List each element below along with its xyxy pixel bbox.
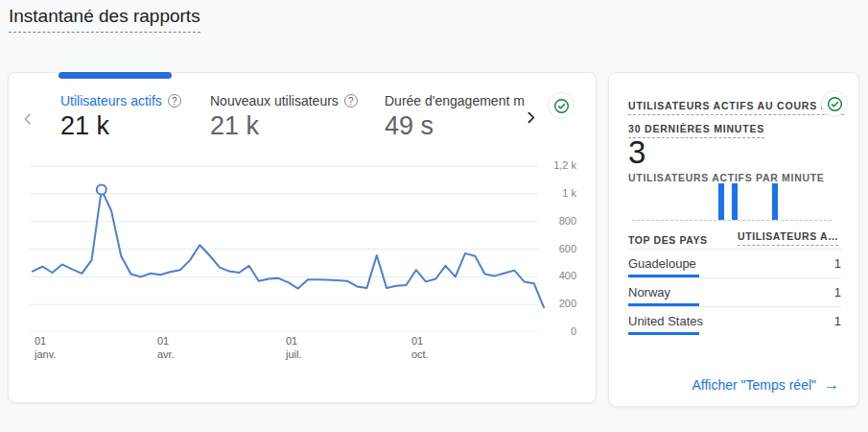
active-users-per-minute-chart xyxy=(632,182,832,221)
tab-label-text: Utilisateurs actifs xyxy=(60,93,162,108)
prev-metrics-button[interactable] xyxy=(16,108,39,131)
x-tick-label: 01juil. xyxy=(286,334,302,361)
realtime-heading-line1: UTILISATEURS ACTIFS AU COURS DES xyxy=(628,100,844,115)
next-metrics-button[interactable] xyxy=(519,106,542,129)
tab-label: Nouveaux utilisateurs ? xyxy=(210,93,358,108)
active-tab-indicator xyxy=(59,72,172,79)
realtime-heading: UTILISATEURS ACTIFS AU COURS DES 30 DERN… xyxy=(628,96,810,142)
data-quality-check-icon[interactable] xyxy=(821,90,848,117)
country-name: Norway xyxy=(628,285,670,300)
chevron-left-icon xyxy=(20,111,35,127)
tab-label: Utilisateurs actifs ? xyxy=(60,93,181,108)
table-row: United States 1 xyxy=(628,306,841,335)
y-tick-label: 200 xyxy=(559,298,576,309)
x-tick-label: 01oct. xyxy=(411,334,429,361)
arrow-right-icon: → xyxy=(824,376,839,394)
country-users-value: 1 xyxy=(834,256,841,271)
tab-label: Durée d'engagement m xyxy=(385,93,525,108)
overview-card: Utilisateurs actifs ? 21 k Nouveaux util… xyxy=(8,72,597,403)
y-tick-label: 400 xyxy=(559,270,576,281)
country-bar xyxy=(628,332,699,335)
tab-label-text: Nouveaux utilisateurs xyxy=(210,93,339,108)
y-tick-label: 600 xyxy=(559,243,576,254)
metric-value: 49 s xyxy=(385,111,525,141)
active-users-header: UTILISATEURS A… xyxy=(738,230,838,246)
country-users-value: 1 xyxy=(834,314,841,328)
trend-line-chart xyxy=(30,157,548,332)
y-axis-labels: 02004006008001 k1,2 k xyxy=(540,157,576,332)
minute-bar xyxy=(718,183,724,220)
help-icon[interactable]: ? xyxy=(168,94,181,108)
top-countries-header: TOP DES PAYS xyxy=(628,234,708,250)
metric-value: 21 k xyxy=(60,111,181,141)
tab-label-text: Durée d'engagement m xyxy=(385,93,525,108)
active-users-count: 3 xyxy=(628,134,645,171)
peak-marker xyxy=(97,185,106,195)
y-tick-label: 800 xyxy=(559,215,576,227)
minute-bar xyxy=(772,183,778,220)
tab-new-users[interactable]: Nouveaux utilisateurs ? 21 k xyxy=(210,93,358,141)
realtime-card: UTILISATEURS ACTIFS AU COURS DES 30 DERN… xyxy=(608,72,859,407)
x-tick-label: 01janv. xyxy=(35,334,56,361)
x-tick-label: 01avr. xyxy=(157,334,175,361)
realtime-table-header: TOP DES PAYS UTILISATEURS A… xyxy=(628,230,841,250)
y-tick-label: 1,2 k xyxy=(553,159,576,171)
tab-engagement-time[interactable]: Durée d'engagement m 49 s xyxy=(385,93,525,141)
view-realtime-link[interactable]: Afficher "Temps réel" → xyxy=(692,376,839,394)
metric-value: 21 k xyxy=(210,111,358,141)
tab-active-users[interactable]: Utilisateurs actifs ? 21 k xyxy=(60,93,181,141)
country-name: United States xyxy=(628,314,703,328)
top-countries-table: Guadeloupe 1 Norway 1 United States 1 xyxy=(628,249,841,335)
table-row: Norway 1 xyxy=(628,277,841,306)
help-icon[interactable]: ? xyxy=(344,94,358,108)
page-title: Instantané des rapports xyxy=(9,6,200,33)
chevron-right-icon xyxy=(523,109,539,126)
realtime-heading-line2: 30 DERNIÈRES MINUTES xyxy=(628,123,764,138)
country-name: Guadeloupe xyxy=(628,256,696,271)
data-quality-check-icon[interactable] xyxy=(548,92,575,119)
minute-bar xyxy=(732,183,738,220)
table-row: Guadeloupe 1 xyxy=(628,249,841,277)
y-tick-label: 0 xyxy=(571,325,576,337)
y-tick-label: 1 k xyxy=(562,187,576,199)
view-realtime-link-label: Afficher "Temps réel" xyxy=(692,377,816,393)
country-users-value: 1 xyxy=(834,285,841,300)
